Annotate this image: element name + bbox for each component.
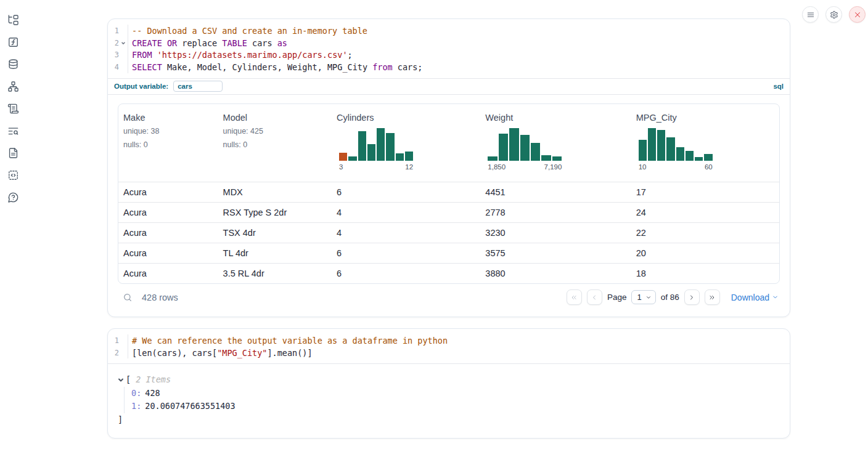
python-text: [len(cars), cars[ (132, 348, 217, 358)
table-cell: 6 (332, 269, 480, 278)
sql-keyword: from (372, 62, 393, 72)
tree-entry: 1:20.060747663551403 (131, 400, 780, 413)
table-row[interactable]: Acura 3.5 RL 4dr 6 3880 18 (118, 263, 779, 283)
table-cell: 4 (332, 208, 480, 217)
collapse-chevron-icon[interactable] (118, 377, 124, 383)
tree-root: [ 2 Items (118, 373, 780, 387)
hist-bar (704, 154, 712, 161)
row-count: 428 rows (142, 293, 178, 302)
last-page-button[interactable] (705, 289, 720, 305)
hist-bar (552, 156, 562, 161)
chevron-left-icon (591, 294, 598, 301)
next-page-button[interactable] (684, 289, 700, 305)
sql-keyword: SELECT (132, 62, 162, 72)
table-cell: TL 4dr (218, 248, 332, 258)
gear-icon (830, 10, 838, 19)
python-comment: # We can reference the output variable a… (132, 336, 448, 346)
function-square-icon[interactable] (7, 36, 19, 48)
line-number: 2 (108, 349, 119, 357)
table-cell: Acura (118, 248, 218, 258)
previous-page-button[interactable] (587, 289, 602, 305)
hist-max-label: 12 (405, 163, 413, 171)
python-string: "MPG_City" (217, 348, 267, 358)
first-page-button[interactable] (567, 289, 582, 305)
download-button[interactable]: Download (731, 293, 779, 302)
marimo-notebook: 1 -- Download a CSV and create an in-mem… (0, 0, 868, 449)
table-cell: 24 (631, 208, 779, 217)
fold-chevron-icon[interactable] (119, 41, 128, 46)
chevron-down-icon (645, 294, 652, 301)
column-stat: nulls: 0 (123, 140, 213, 150)
column-header-weight[interactable]: Weight 1,8507,190 (480, 104, 631, 182)
table-cell: MDX (218, 187, 332, 197)
table-row[interactable]: Acura RSX Type S 2dr 4 2778 24 (118, 202, 779, 222)
language-badge: sql (773, 83, 784, 90)
mpg-city-histogram (639, 128, 713, 161)
chevrons-right-icon (708, 294, 716, 301)
table-cell: 4451 (480, 187, 631, 197)
column-name: Cylinders (337, 113, 475, 123)
column-header-make[interactable]: Make unique: 38 nulls: 0 (118, 104, 218, 182)
gutter: 2 (108, 37, 128, 49)
table-cell: 3.5 RL 4dr (218, 269, 332, 278)
column-stat: unique: 38 (123, 126, 213, 136)
sql-keyword: TABLE (222, 38, 247, 48)
hist-bar (676, 147, 684, 161)
dependency-graph-icon[interactable] (7, 81, 19, 92)
chevron-down-icon (772, 294, 779, 301)
hist-bar (386, 133, 394, 161)
tree-entry-key: 0: (131, 388, 141, 398)
line-number: 2 (108, 39, 119, 47)
list-output-tree: [ 2 Items 0:428 1:20.060747663551403 ] (108, 364, 790, 426)
chevron-right-icon (688, 294, 695, 301)
sql-editor[interactable]: 1 -- Download a CSV and create an in-mem… (108, 19, 790, 78)
hist-bar (509, 128, 518, 161)
hist-bar (648, 128, 656, 161)
sql-cell: 1 -- Download a CSV and create an in-mem… (107, 18, 790, 317)
snippets-icon[interactable] (7, 169, 19, 181)
table-row[interactable]: Acura MDX 6 4451 17 (118, 182, 779, 202)
column-header-mpg-city[interactable]: MPG_City 1060 (631, 104, 779, 182)
notebook-controls (802, 6, 866, 23)
settings-button[interactable] (825, 6, 842, 23)
table-cell: 6 (332, 187, 480, 197)
table-cell: Acura (118, 269, 218, 278)
shutdown-button[interactable] (849, 6, 866, 23)
page-select[interactable]: 1 (631, 290, 655, 304)
sql-comment: -- Download a CSV and create an in-memor… (132, 26, 367, 36)
weight-histogram (488, 128, 562, 161)
hist-min-label: 1,850 (488, 163, 506, 171)
table-cell: 6 (332, 248, 480, 258)
text-search-icon[interactable] (7, 125, 19, 137)
close-icon (853, 10, 862, 19)
table-row[interactable]: Acura TL 4dr 6 3575 20 (118, 243, 779, 263)
output-variable-row: Output variable: sql (108, 78, 790, 95)
search-icon[interactable] (123, 293, 133, 302)
pagination: Page 1 of 86 Download (567, 289, 779, 305)
menu-button[interactable] (802, 6, 819, 23)
column-header-cylinders[interactable]: Cylinders 312 (332, 104, 480, 182)
scroll-icon[interactable] (7, 103, 19, 115)
output-variable-input[interactable] (173, 81, 223, 92)
table-cell: 17 (631, 187, 779, 197)
column-header-model[interactable]: Model unique: 425 nulls: 0 (218, 104, 332, 182)
sql-output: Make unique: 38 nulls: 0 Model unique: 4… (108, 95, 790, 311)
table-row[interactable]: Acura TSX 4dr 4 3230 22 (118, 222, 779, 243)
table-footer: 428 rows Page 1 of 86 Download (118, 284, 780, 311)
sql-string: 'https://datasets.marimo.app/cars.csv' (157, 50, 348, 60)
database-icon[interactable] (7, 59, 19, 70)
tree-entry: 0:428 (131, 387, 780, 400)
table-header: Make unique: 38 nulls: 0 Model unique: 4… (118, 104, 779, 182)
hist-bar (541, 155, 551, 161)
help-chat-icon[interactable] (7, 192, 19, 203)
code-line: 1 # We can reference the output variable… (108, 334, 790, 347)
hist-bar (531, 143, 540, 161)
document-icon[interactable] (7, 147, 19, 159)
items-count-label: 2 Items (136, 373, 171, 387)
file-tree-icon[interactable] (7, 14, 19, 26)
sql-text: cars (247, 38, 277, 48)
python-editor[interactable]: 1 # We can reference the output variable… (108, 329, 790, 363)
table-cell: 18 (631, 269, 779, 278)
tree-entry-value: 20.060747663551403 (145, 401, 235, 411)
menu-icon (806, 10, 815, 19)
